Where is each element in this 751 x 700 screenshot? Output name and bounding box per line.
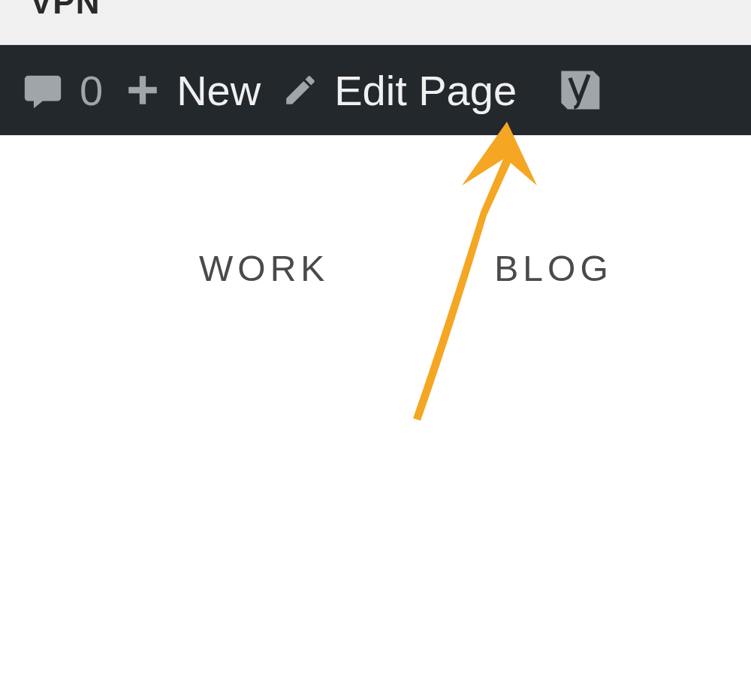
yoast-button[interactable] bbox=[553, 65, 604, 116]
nav-blog[interactable]: BLOG bbox=[494, 248, 612, 289]
comments-count: 0 bbox=[80, 66, 103, 115]
plus-icon bbox=[124, 71, 161, 109]
wordpress-admin-bar: 0 New Edit Page bbox=[0, 45, 751, 135]
edit-page-button[interactable]: Edit Page bbox=[282, 66, 517, 115]
new-button[interactable]: New bbox=[124, 66, 261, 115]
site-nav: WORK BLOG bbox=[199, 248, 613, 289]
nav-work[interactable]: WORK bbox=[199, 248, 329, 289]
yoast-icon bbox=[553, 65, 604, 116]
comments-button[interactable]: 0 bbox=[21, 66, 103, 115]
vpn-bar: VPN bbox=[0, 0, 751, 45]
pencil-icon bbox=[282, 71, 319, 109]
edit-page-label: Edit Page bbox=[334, 66, 517, 115]
vpn-text: VPN bbox=[30, 0, 100, 21]
comment-icon bbox=[21, 68, 65, 112]
new-label: New bbox=[176, 66, 261, 115]
